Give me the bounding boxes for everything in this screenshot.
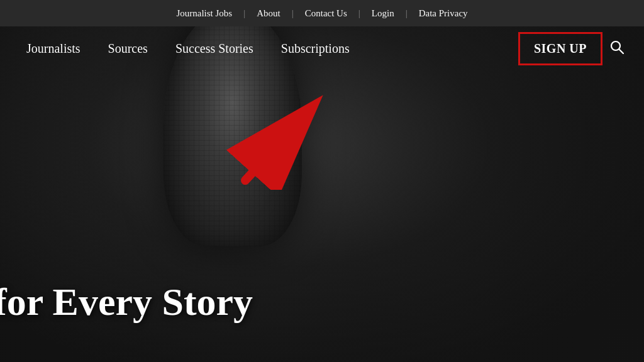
top-bar-data-privacy[interactable]: Data Privacy xyxy=(408,8,479,19)
hero-headline-text: for Every Story xyxy=(0,280,253,324)
top-bar-journalist-jobs[interactable]: Journalist Jobs xyxy=(165,8,243,19)
top-bar-login[interactable]: Login xyxy=(360,8,406,19)
top-bar: Journalist Jobs | About | Contact Us | L… xyxy=(0,0,644,26)
svg-line-1 xyxy=(619,49,624,53)
hero-section: Journalists Sources Success Stories Subs… xyxy=(0,26,644,362)
top-bar-about[interactable]: About xyxy=(245,8,292,19)
top-bar-contact-us[interactable]: Contact Us xyxy=(294,8,358,19)
nav-subscriptions[interactable]: Subscriptions xyxy=(267,41,364,56)
nav-signup-button[interactable]: SIGN UP xyxy=(518,32,602,65)
nav-sources[interactable]: Sources xyxy=(94,41,162,56)
search-icon[interactable] xyxy=(602,40,631,57)
main-nav: Journalists Sources Success Stories Subs… xyxy=(0,26,644,70)
red-arrow-annotation xyxy=(208,89,333,190)
nav-success-stories[interactable]: Success Stories xyxy=(162,41,267,56)
nav-journalists[interactable]: Journalists xyxy=(13,41,94,56)
